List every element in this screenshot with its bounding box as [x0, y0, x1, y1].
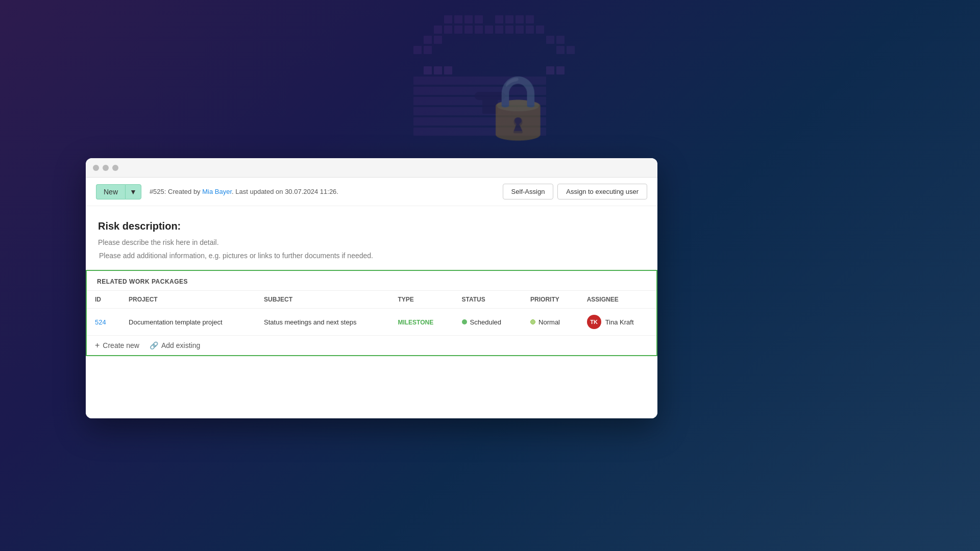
col-type: TYPE	[389, 291, 453, 309]
risk-placeholder-1: Please describe the risk here in detail.	[98, 238, 645, 246]
author-link[interactable]: Mia Bayer	[202, 188, 232, 195]
svg-rect-23	[413, 46, 422, 54]
status-badge: New ▼	[96, 184, 141, 199]
priority-text: Normal	[538, 318, 560, 326]
svg-rect-25	[556, 46, 565, 54]
svg-rect-18	[536, 26, 544, 34]
assign-executing-button[interactable]: Assign to executing user	[557, 184, 647, 199]
svg-rect-2	[464, 15, 473, 23]
action-buttons: Self-Assign Assign to executing user	[503, 184, 647, 199]
svg-rect-3	[475, 15, 483, 23]
cell-subject: Status meetings and next steps	[256, 309, 389, 336]
svg-rect-21	[546, 36, 554, 44]
risk-section-title: Risk description:	[98, 220, 645, 232]
avatar: TK	[587, 315, 601, 329]
main-window: New ▼ #525: Created by Mia Bayer. Last u…	[86, 158, 657, 418]
table-header-row: ID PROJECT SUBJECT TYPE STATUS PRIORITY …	[87, 291, 656, 309]
create-new-label: Create new	[103, 341, 139, 349]
svg-rect-11	[464, 26, 473, 34]
add-existing-link[interactable]: 🔗 Add existing	[150, 341, 200, 349]
svg-rect-1	[454, 15, 462, 23]
status-indicator: Scheduled	[462, 318, 514, 326]
table-footer: + Create new 🔗 Add existing	[87, 336, 656, 355]
priority-dot	[530, 319, 535, 324]
cell-type: MILESTONE	[389, 309, 453, 336]
svg-text:🔒: 🔒	[480, 70, 556, 143]
svg-rect-29	[444, 66, 452, 74]
status-dot	[462, 319, 467, 324]
svg-rect-0	[444, 15, 452, 23]
plus-icon: +	[95, 341, 100, 350]
traffic-lights	[93, 165, 118, 171]
subject-text: Status meetings and next steps	[264, 318, 356, 326]
svg-rect-22	[556, 36, 565, 44]
record-info: #525: Created by Mia Bayer. Last updated…	[150, 188, 495, 195]
record-suffix: . Last updated on 30.07.2024 11:26.	[232, 188, 338, 195]
col-priority: PRIORITY	[522, 291, 579, 309]
risk-placeholder-2: Please add additional information, e.g. …	[98, 252, 645, 260]
background-logo: 🔒	[393, 15, 587, 160]
table-row: 524 Documentation template project Statu…	[87, 309, 656, 336]
col-subject: SUBJECT	[256, 291, 389, 309]
svg-rect-16	[516, 26, 524, 34]
svg-rect-20	[434, 36, 442, 44]
svg-rect-19	[424, 36, 432, 44]
cell-project: Documentation template project	[120, 309, 256, 336]
svg-rect-17	[526, 26, 534, 34]
avatar-initials: TK	[590, 319, 598, 325]
project-name: Documentation template project	[129, 318, 223, 326]
svg-rect-27	[424, 66, 432, 74]
svg-rect-13	[485, 26, 493, 34]
related-work-packages-section: RELATED WORK PACKAGES ID PROJECT SUBJECT…	[86, 270, 657, 356]
content-area: Risk description: Please describe the ri…	[86, 206, 657, 270]
status-main-button[interactable]: New	[96, 184, 125, 199]
status-text: Scheduled	[470, 318, 501, 326]
svg-rect-14	[495, 26, 503, 34]
svg-rect-6	[516, 15, 524, 23]
cell-assignee: TK Tina Kraft	[579, 309, 656, 336]
window-body: New ▼ #525: Created by Mia Bayer. Last u…	[86, 178, 657, 418]
minimize-button[interactable]	[103, 165, 109, 171]
svg-rect-7	[526, 15, 534, 23]
svg-rect-8	[434, 26, 442, 34]
svg-rect-12	[475, 26, 483, 34]
col-status: STATUS	[454, 291, 523, 309]
col-id: ID	[87, 291, 120, 309]
assignee-cell: TK Tina Kraft	[587, 315, 648, 329]
col-assignee: ASSIGNEE	[579, 291, 656, 309]
svg-rect-24	[424, 46, 432, 54]
svg-rect-4	[495, 15, 503, 23]
maximize-button[interactable]	[112, 165, 118, 171]
related-section-header: RELATED WORK PACKAGES	[87, 271, 656, 291]
create-new-link[interactable]: + Create new	[95, 341, 139, 350]
close-button[interactable]	[93, 165, 99, 171]
work-package-id-link[interactable]: 524	[95, 318, 106, 326]
cell-priority: Normal	[522, 309, 579, 336]
svg-rect-28	[434, 66, 442, 74]
assignee-name: Tina Kraft	[605, 318, 634, 326]
svg-rect-31	[556, 66, 565, 74]
status-bar: New ▼ #525: Created by Mia Bayer. Last u…	[86, 178, 657, 206]
record-prefix: #525: Created by	[150, 188, 202, 195]
priority-cell: Normal	[530, 318, 571, 326]
add-existing-label: Add existing	[161, 341, 200, 349]
svg-rect-15	[505, 26, 513, 34]
link-icon: 🔗	[150, 341, 158, 349]
svg-rect-26	[567, 46, 575, 54]
cell-status: Scheduled	[454, 309, 523, 336]
svg-rect-9	[444, 26, 452, 34]
title-bar	[86, 158, 657, 178]
self-assign-button[interactable]: Self-Assign	[503, 184, 554, 199]
cell-id: 524	[87, 309, 120, 336]
svg-rect-5	[505, 15, 513, 23]
svg-rect-10	[454, 26, 462, 34]
type-badge: MILESTONE	[398, 319, 433, 326]
status-dropdown-button[interactable]: ▼	[125, 184, 141, 199]
work-packages-table: ID PROJECT SUBJECT TYPE STATUS PRIORITY …	[87, 291, 656, 336]
col-project: PROJECT	[120, 291, 256, 309]
